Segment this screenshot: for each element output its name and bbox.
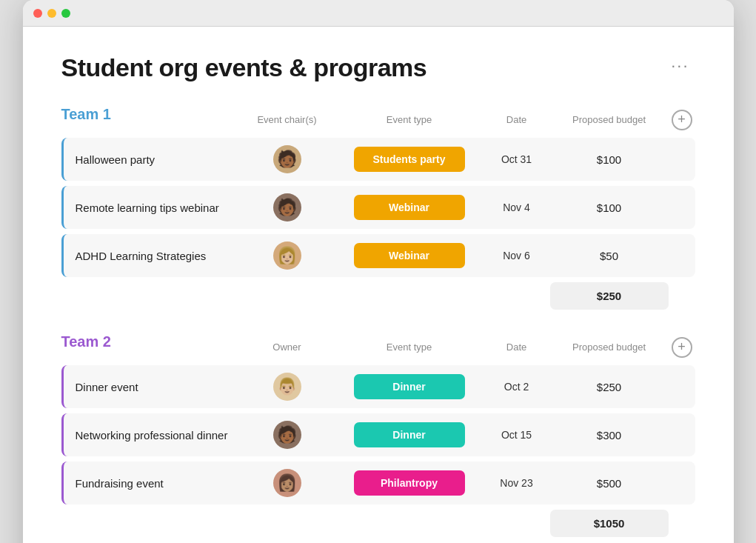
main-content: Student org events & programs ··· Team 1…: [23, 27, 734, 543]
close-dot: [33, 9, 42, 18]
row-budget: $300: [550, 429, 669, 442]
team2-total-budget: $1050: [550, 510, 669, 537]
team2-title: Team 2: [61, 333, 239, 350]
team1-col-budget-header: Proposed budget: [550, 114, 669, 125]
team1-total-row: $250: [61, 282, 695, 310]
team1-section: Team 1 Event chair(s) Event type Date Pr…: [61, 106, 695, 310]
row-budget: $100: [550, 201, 669, 214]
row-date: Oct 2: [484, 381, 550, 393]
row-event-name: Fundraising event: [64, 477, 239, 490]
row-budget: $100: [550, 153, 669, 166]
row-event-name: Halloween party: [64, 153, 239, 166]
team2-col-type-header: Event type: [335, 342, 484, 353]
row-avatar: 👨🏼: [239, 373, 335, 401]
row-avatar: 🧑🏾: [239, 421, 335, 449]
avatar-img: 👨🏼: [273, 373, 301, 401]
avatar-img: 🧑🏾: [273, 145, 301, 173]
row-avatar: 👩🏽: [239, 469, 335, 497]
team1-title: Team 1: [61, 106, 239, 123]
row-event-name: Networking professional dinner: [64, 429, 239, 442]
row-budget: $250: [550, 381, 669, 393]
row-avatar: 🧑🏾: [239, 193, 335, 221]
row-date: Nov 23: [484, 477, 550, 489]
row-date: Oct 31: [484, 153, 550, 165]
avatar-img: 👩🏼: [273, 241, 301, 270]
row-type: Philantropy: [335, 470, 484, 496]
event-type-badge: Webinar: [354, 195, 465, 220]
titlebar: [23, 0, 734, 27]
table-row: Networking professional dinner 🧑🏾 Dinner…: [61, 413, 695, 456]
row-type: Dinner: [335, 422, 484, 447]
row-date: Oct 15: [484, 429, 550, 441]
team2-section-header-row: Team 2 Owner Event type Date Proposed bu…: [61, 333, 695, 361]
team2-col-chair-header: Owner: [239, 342, 335, 353]
event-type-badge: Dinner: [354, 374, 465, 399]
more-button[interactable]: ···: [665, 53, 695, 79]
team2-col-budget-header: Proposed budget: [550, 342, 669, 353]
row-avatar: 🧑🏾: [239, 145, 335, 173]
team1-section-header-row: Team 1 Event chair(s) Event type Date Pr…: [61, 106, 695, 133]
table-row: Fundraising event 👩🏽 Philantropy Nov 23 …: [61, 462, 695, 504]
team2-col-date-header: Date: [484, 342, 550, 353]
row-type: Students party: [335, 147, 484, 172]
row-budget: $50: [550, 250, 669, 262]
table-row: Halloween party 🧑🏾 Students party Oct 31…: [61, 138, 695, 181]
table-row: Dinner event 👨🏼 Dinner Oct 2 $250: [61, 365, 695, 408]
team1-col-date-header: Date: [484, 114, 550, 125]
app-window: Student org events & programs ··· Team 1…: [23, 0, 734, 543]
row-event-name: ADHD Learning Strategies: [64, 250, 239, 262]
event-type-badge: Dinner: [354, 422, 465, 447]
team2-total-row: $1050: [61, 510, 695, 537]
minimize-dot: [47, 9, 56, 18]
row-budget: $500: [550, 477, 669, 490]
table-row: ADHD Learning Strategies 👩🏼 Webinar Nov …: [61, 234, 695, 277]
row-avatar: 👩🏼: [239, 241, 335, 270]
row-date: Nov 6: [484, 250, 550, 261]
event-type-badge: Philantropy: [354, 470, 465, 496]
page-title: Student org events & programs: [61, 53, 427, 82]
team1-total-budget: $250: [550, 282, 669, 310]
avatar-img: 🧑🏾: [273, 193, 301, 221]
event-type-badge: Webinar: [354, 243, 465, 268]
row-type: Webinar: [335, 195, 484, 220]
maximize-dot: [61, 9, 70, 18]
team1-col-chair-header: Event chair(s): [239, 114, 335, 125]
event-type-badge: Students party: [354, 147, 465, 172]
team2-add-btn-header: +: [669, 337, 695, 358]
page-header: Student org events & programs ···: [61, 53, 695, 82]
avatar-img: 🧑🏾: [273, 421, 301, 449]
table-row: Remote learning tips webinar 🧑🏾 Webinar …: [61, 186, 695, 229]
team2-section: Team 2 Owner Event type Date Proposed bu…: [61, 333, 695, 537]
row-date: Nov 4: [484, 201, 550, 213]
row-event-name: Remote learning tips webinar: [64, 201, 239, 214]
team1-add-button[interactable]: +: [672, 110, 692, 130]
team1-add-btn-header: +: [669, 110, 695, 130]
team2-add-button[interactable]: +: [672, 337, 692, 358]
row-event-name: Dinner event: [64, 381, 239, 393]
team1-col-type-header: Event type: [335, 114, 484, 125]
row-type: Dinner: [335, 374, 484, 399]
row-type: Webinar: [335, 243, 484, 268]
avatar-img: 👩🏽: [273, 469, 301, 497]
